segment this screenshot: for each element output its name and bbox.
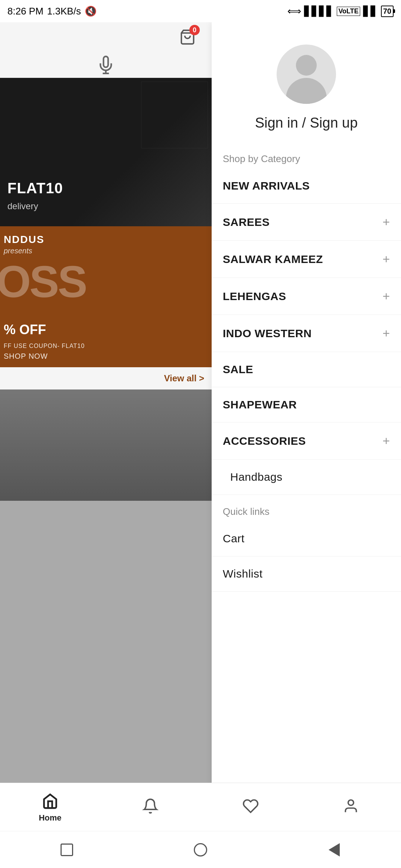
signal-bars-icon: ▋▋ bbox=[363, 6, 378, 17]
menu-item-sarees[interactable]: SAREES + bbox=[212, 204, 401, 241]
menu-item-label: Cart bbox=[223, 532, 245, 545]
menu-item-label: LEHENGAS bbox=[223, 290, 286, 303]
bottom-nav: Home bbox=[0, 783, 401, 831]
banner-oss: OSS bbox=[0, 256, 86, 307]
menu-item-label: Handbags bbox=[230, 471, 283, 483]
banner-off: % OFF bbox=[4, 322, 46, 338]
menu-item-label: Wishlist bbox=[223, 568, 263, 580]
nav-item-home[interactable]: Home bbox=[0, 792, 100, 823]
sign-in-label[interactable]: Sign in / Sign up bbox=[255, 115, 358, 131]
menu-item-label: INDO WESTERN bbox=[223, 327, 312, 340]
android-nav-bar bbox=[0, 831, 401, 868]
banner-presents: presents bbox=[4, 247, 32, 255]
signal-dots-icon: ⟺ bbox=[287, 6, 301, 17]
avatar[interactable] bbox=[277, 45, 336, 104]
menu-item-sale[interactable]: SALE bbox=[212, 352, 401, 387]
banner-flat-text: FLAT10 bbox=[7, 180, 63, 197]
banner-delivery-text: delivery bbox=[7, 201, 38, 211]
drawer-panel: Sign in / Sign up Shop by Category NEW A… bbox=[212, 22, 401, 820]
back-button[interactable] bbox=[327, 842, 342, 857]
menu-item-indo-western[interactable]: INDO WESTERN + bbox=[212, 315, 401, 352]
nav-item-notifications[interactable] bbox=[100, 796, 200, 818]
view-all-text[interactable]: View all > bbox=[164, 373, 204, 384]
nav-item-account[interactable] bbox=[301, 796, 401, 818]
svg-point-3 bbox=[348, 800, 354, 805]
menu-item-label: SALE bbox=[223, 363, 253, 376]
banner-brand: NDDUS bbox=[4, 234, 45, 246]
banner-promo: NDDUS presents OSS % OFF FF USE COUPON- … bbox=[0, 226, 212, 367]
nav-item-wishlist[interactable] bbox=[200, 796, 301, 818]
menu-item-new-arrivals[interactable]: NEW ARRIVALS bbox=[212, 168, 401, 204]
menu-item-salwar-kameez[interactable]: SALWAR KAMEEZ + bbox=[212, 241, 401, 278]
time-display: 8:26 PM bbox=[7, 6, 43, 17]
bg-product-area: + bbox=[0, 389, 212, 501]
nav-home-label: Home bbox=[39, 813, 61, 823]
mute-icon: 🔇 bbox=[85, 6, 97, 17]
menu-item-shapewear[interactable]: SHAPEWEAR bbox=[212, 387, 401, 423]
menu-item-label: SHAPEWEAR bbox=[223, 398, 297, 411]
category-section-label: Shop by Category bbox=[212, 146, 401, 168]
person-icon bbox=[341, 796, 361, 816]
bg-view-all: View all > bbox=[0, 367, 212, 389]
menu-item-wishlist[interactable]: Wishlist bbox=[212, 556, 401, 592]
cart-badge: 0 bbox=[189, 25, 200, 35]
wifi-signal-icon: ▋▋▋▋ bbox=[304, 6, 334, 17]
network-speed: 1.3KB/s bbox=[47, 6, 81, 17]
menu-item-label: ACCESSORIES bbox=[223, 435, 306, 447]
expand-icon: + bbox=[382, 326, 390, 341]
menu-item-lehengas[interactable]: LEHENGAS + bbox=[212, 278, 401, 315]
menu-item-label: NEW ARRIVALS bbox=[223, 180, 310, 192]
bg-top-bar: 0 bbox=[0, 22, 212, 52]
main-content-background: 0 FLAT10 delivery NDDUS presents OSS % O… bbox=[0, 22, 212, 820]
banner-shop-now: SHOP NOW bbox=[4, 352, 48, 361]
home-button[interactable] bbox=[193, 842, 208, 857]
expand-icon: + bbox=[382, 215, 390, 229]
heart-icon bbox=[241, 796, 260, 816]
expand-icon: + bbox=[382, 252, 390, 266]
banner-dark: FLAT10 delivery bbox=[0, 78, 212, 226]
menu-item-label: SALWAR KAMEEZ bbox=[223, 253, 323, 266]
menu-item-accessories[interactable]: ACCESSORIES + bbox=[212, 423, 401, 460]
menu-item-cart[interactable]: Cart bbox=[212, 521, 401, 556]
home-icon bbox=[40, 792, 60, 811]
battery-icon: 70 bbox=[381, 6, 394, 17]
expand-icon: + bbox=[382, 434, 390, 448]
expand-icon: + bbox=[382, 289, 390, 303]
menu-item-handbags[interactable]: Handbags bbox=[212, 460, 401, 495]
status-bar: 8:26 PM 1.3KB/s 🔇 ⟺ ▋▋▋▋ VoLTE ▋▋ 70 bbox=[0, 0, 401, 22]
menu-item-label: SAREES bbox=[223, 216, 270, 228]
bg-search-bar bbox=[0, 52, 212, 78]
quick-links-label: Quick links bbox=[212, 499, 401, 521]
avatar-section: Sign in / Sign up bbox=[212, 22, 401, 146]
bell-icon bbox=[141, 796, 160, 816]
recents-button[interactable] bbox=[59, 842, 74, 857]
cart-button[interactable]: 0 bbox=[175, 24, 200, 50]
banner-coupon: FF USE COUPON- FLAT10 bbox=[4, 343, 85, 349]
volte-icon: VoLTE bbox=[337, 7, 360, 16]
